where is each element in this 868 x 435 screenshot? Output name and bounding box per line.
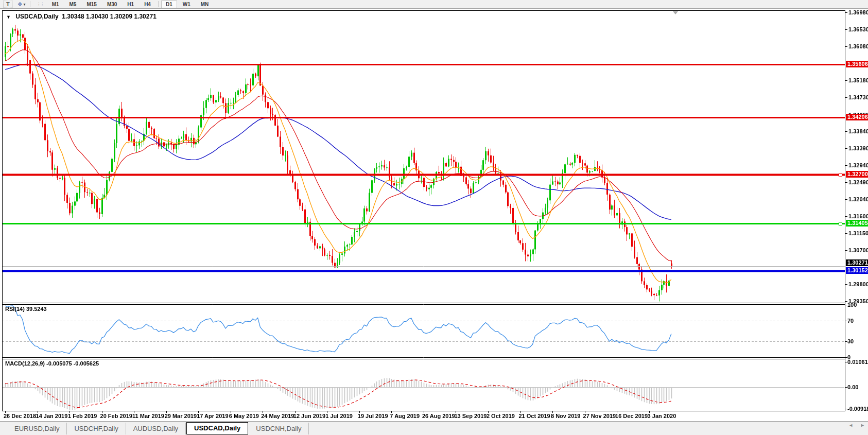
timeframe-button-H4[interactable]: H4	[140, 1, 155, 8]
tab-scroll-arrows: ◄ ►	[848, 423, 865, 428]
timeframe-button-M30[interactable]: M30	[102, 1, 121, 8]
timeframe-button-M15[interactable]: M15	[82, 1, 101, 8]
price-axis[interactable]	[845, 9, 868, 411]
tab-eurusd[interactable]: EURUSD,Daily	[7, 423, 67, 434]
timeframe-button-W1[interactable]: W1	[178, 1, 195, 8]
timeframe-button-D1[interactable]: D1	[161, 1, 177, 8]
tab-audusd[interactable]: AUDUSD,Daily	[126, 423, 186, 434]
tab-scroll-right-icon[interactable]: ►	[860, 423, 865, 428]
chart-styles-icon[interactable]: ❖	[18, 1, 23, 7]
date-axis[interactable]	[2, 411, 845, 421]
tab-usdcad[interactable]: USDCAD,Daily	[186, 422, 248, 434]
timeframe-button-MN[interactable]: MN	[196, 1, 214, 8]
price-chart-canvas[interactable]	[0, 0, 868, 435]
chart-shift-marker[interactable]	[673, 11, 678, 14]
tab-scroll-left-icon[interactable]: ◄	[848, 423, 853, 428]
timeframe-button-H1[interactable]: H1	[123, 1, 138, 8]
top-toolbar: T ❖ ▾ ⋮⋮ M1M5M15M30H1H4D1W1MN	[0, 0, 868, 9]
tab-usdchf[interactable]: USDCHF,Daily	[67, 423, 126, 434]
timeframe-button-M1[interactable]: M1	[47, 1, 64, 8]
timeframe-button-M5[interactable]: M5	[65, 1, 81, 8]
styles-dropdown-caret[interactable]: ▾	[24, 2, 26, 7]
mt4-chart-window: ▼ USDCAD,Daily 1.30348 1.30430 1.30209 1…	[0, 0, 868, 435]
toolbar-separator	[158, 1, 159, 7]
tab-usdcnh[interactable]: USDCNH,Daily	[249, 423, 309, 434]
toolbar-separator	[30, 1, 30, 7]
toolbar-grip-icon: ⋮⋮	[37, 2, 44, 7]
chart-tab-bar: EURUSD,DailyUSDCHF,DailyAUDUSD,DailyUSDC…	[0, 421, 868, 435]
timeframe-buttons: M1M5M15M30H1H4D1W1MN	[47, 0, 214, 8]
text-tool-button[interactable]: T	[4, 1, 12, 8]
